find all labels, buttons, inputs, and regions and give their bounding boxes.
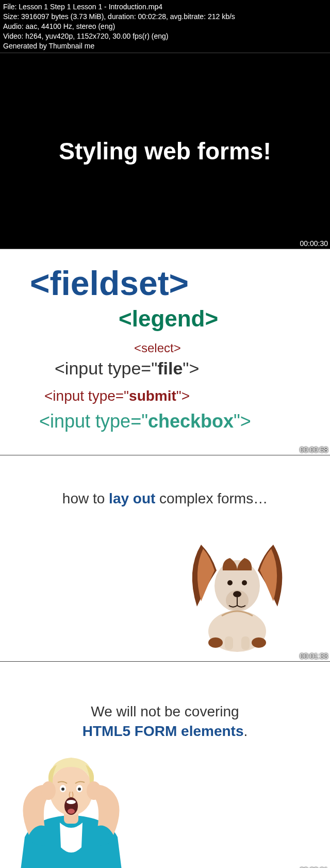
meta-video: Video: h264, yuv420p, 1152x720, 30.00 fp… bbox=[3, 31, 327, 41]
caption-pre: how to bbox=[62, 490, 109, 506]
input-checkbox-post: "> bbox=[234, 411, 251, 432]
svg-point-17 bbox=[78, 788, 81, 791]
caption-emph: HTML5 FORM elements bbox=[82, 723, 244, 739]
svg-rect-7 bbox=[241, 636, 250, 650]
input-file-post: "> bbox=[183, 358, 199, 378]
caption-line1: We will not be covering bbox=[91, 703, 239, 719]
svg-rect-6 bbox=[225, 636, 233, 650]
tag-input-checkbox: <input type="checkbox"> bbox=[39, 411, 320, 432]
meta-size: Size: 3916097 bytes (3.73 MiB), duration… bbox=[3, 12, 327, 22]
meta-file: File: Lesson 1 Step 1 Lesson 1 - Introdu… bbox=[3, 2, 327, 12]
input-file-type: file bbox=[157, 358, 183, 378]
tag-input-file: <input type="file"> bbox=[55, 358, 320, 379]
meta-audio: Audio: aac, 44100 Hz, stereo (eng) bbox=[3, 22, 327, 31]
svg-point-9 bbox=[252, 637, 266, 648]
input-submit-type: submit bbox=[129, 388, 176, 404]
svg-point-2 bbox=[242, 580, 247, 585]
person-image bbox=[4, 744, 138, 868]
tag-legend: <legend> bbox=[119, 306, 320, 332]
svg-point-19 bbox=[67, 800, 76, 804]
timestamp: 00:00:58 bbox=[300, 446, 328, 454]
svg-point-4 bbox=[233, 591, 241, 597]
svg-point-8 bbox=[208, 637, 223, 648]
caption-post: complex forms… bbox=[155, 490, 268, 506]
input-submit-post: "> bbox=[176, 388, 190, 404]
slide-caption: how to lay out complex forms… bbox=[0, 490, 330, 507]
input-checkbox-pre: <input type=" bbox=[39, 411, 148, 432]
dog-image bbox=[170, 539, 304, 653]
svg-point-12 bbox=[41, 781, 56, 800]
svg-point-20 bbox=[68, 809, 75, 814]
tag-fieldset: <fieldset> bbox=[30, 264, 320, 303]
timestamp: 00:02:01 bbox=[300, 866, 328, 868]
thumbnail-frame-1: Styling web forms! 00:00:30 bbox=[0, 53, 330, 249]
tag-select: <select> bbox=[134, 341, 320, 355]
svg-point-16 bbox=[61, 788, 64, 791]
timestamp: 00:01:33 bbox=[300, 652, 328, 660]
tag-input-submit: <input type="submit"> bbox=[44, 388, 320, 404]
svg-point-1 bbox=[227, 580, 233, 585]
timestamp: 00:00:30 bbox=[300, 239, 328, 248]
input-file-pre: <input type=" bbox=[55, 358, 157, 378]
caption-post: . bbox=[243, 723, 248, 739]
input-checkbox-type: checkbox bbox=[148, 411, 234, 432]
meta-generator: Generated by Thumbnail me bbox=[3, 41, 327, 51]
thumbnail-frame-4: We will not be covering HTML5 FORM eleme… bbox=[0, 661, 330, 868]
video-metadata: File: Lesson 1 Step 1 Lesson 1 - Introdu… bbox=[0, 0, 330, 53]
slide-title: Styling web forms! bbox=[59, 137, 271, 165]
thumbnail-frame-2: <fieldset> <legend> <select> <input type… bbox=[0, 249, 330, 455]
slide-caption: We will not be covering HTML5 FORM eleme… bbox=[0, 702, 330, 741]
svg-point-13 bbox=[87, 781, 101, 800]
caption-emph: lay out bbox=[109, 490, 155, 506]
input-submit-pre: <input type=" bbox=[44, 388, 129, 404]
thumbnail-frame-3: how to lay out complex forms… 00:01:33 bbox=[0, 455, 330, 661]
